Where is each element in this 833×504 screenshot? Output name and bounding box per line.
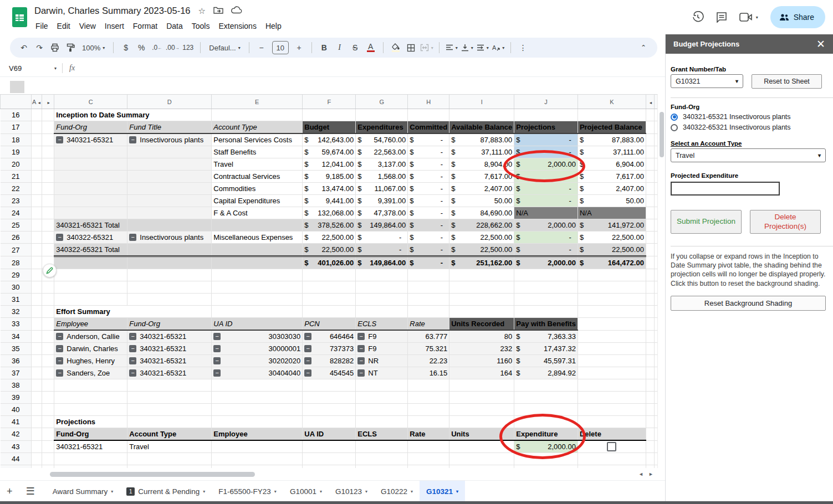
select-all-corner[interactable] bbox=[1, 95, 32, 109]
cell-B33[interactable] bbox=[42, 318, 54, 331]
cell-K35[interactable] bbox=[578, 343, 646, 355]
collapse-chip-icon[interactable]: − bbox=[304, 333, 311, 340]
cell-B39[interactable] bbox=[42, 392, 54, 404]
cell-C42[interactable]: Fund-Org bbox=[54, 428, 127, 441]
menu-tools[interactable]: Tools bbox=[187, 20, 214, 32]
cell-F20[interactable]: $12,041.00 bbox=[303, 158, 356, 171]
cell-J32[interactable] bbox=[514, 306, 578, 318]
cell-C37[interactable]: −Sanders, Zoe bbox=[54, 367, 127, 379]
borders-icon[interactable] bbox=[404, 40, 418, 55]
cell-H19[interactable]: $- bbox=[408, 146, 449, 158]
cell-F41[interactable] bbox=[303, 416, 356, 428]
cell-L31[interactable] bbox=[646, 294, 654, 306]
cell-E36[interactable]: −30202020 bbox=[212, 355, 303, 367]
cell-F26[interactable]: $22,500.00 bbox=[303, 232, 356, 244]
cell-E41[interactable] bbox=[212, 416, 303, 428]
cell-F27[interactable]: $22,500.00 bbox=[303, 244, 356, 256]
cell-K30[interactable] bbox=[578, 281, 646, 294]
cell-D43[interactable]: Travel bbox=[127, 440, 212, 453]
cell-D23[interactable] bbox=[127, 195, 212, 207]
cell-G29[interactable] bbox=[356, 269, 408, 281]
cell-A29[interactable] bbox=[32, 269, 42, 281]
cell-F37[interactable]: −454545 bbox=[303, 367, 356, 379]
sheet-tab-g10001[interactable]: G10001▾ bbox=[283, 481, 329, 502]
cell-D38[interactable] bbox=[127, 379, 212, 392]
horizontal-align-icon[interactable]: ▾ bbox=[444, 40, 459, 55]
cell-H44[interactable] bbox=[408, 453, 449, 465]
text-color-icon[interactable]: A bbox=[364, 40, 378, 55]
cell-I37[interactable]: 164 bbox=[449, 367, 514, 379]
cell-L32[interactable] bbox=[646, 306, 654, 318]
collapse-chip-icon[interactable]: − bbox=[129, 333, 136, 340]
row-header-18[interactable]: 18 bbox=[1, 133, 32, 146]
cell-F18[interactable]: $142,643.00 bbox=[303, 133, 356, 146]
col-header-i[interactable]: I bbox=[449, 95, 514, 109]
cell-E31[interactable] bbox=[212, 294, 303, 306]
row-header-40[interactable]: 40 bbox=[1, 404, 32, 416]
cell-E18[interactable]: Personal Services Costs bbox=[212, 133, 303, 146]
cell-E24[interactable]: F & A Cost bbox=[212, 207, 303, 219]
cell-E17[interactable]: Account Type bbox=[212, 121, 303, 134]
cell-A30[interactable] bbox=[32, 281, 42, 294]
cell-K36[interactable] bbox=[578, 355, 646, 367]
cell-L41[interactable] bbox=[646, 416, 654, 428]
cell-G16[interactable] bbox=[356, 109, 408, 121]
cell-A25[interactable] bbox=[32, 219, 42, 232]
cell-F24[interactable]: $132,068.00 bbox=[303, 207, 356, 219]
cell-J39[interactable] bbox=[514, 392, 578, 404]
cell-K16[interactable] bbox=[578, 109, 646, 121]
cell-F19[interactable]: $59,674.00 bbox=[303, 146, 356, 158]
cell-G19[interactable]: $22,563.00 bbox=[356, 146, 408, 158]
cell-B44[interactable] bbox=[42, 453, 54, 465]
cell-K33[interactable] bbox=[578, 318, 646, 331]
cell-D20[interactable] bbox=[127, 158, 212, 171]
cell-B43[interactable] bbox=[42, 440, 54, 453]
cell-G37[interactable]: −NT bbox=[356, 367, 408, 379]
cell-A38[interactable] bbox=[32, 379, 42, 392]
cell-F23[interactable]: $9,441.00 bbox=[303, 195, 356, 207]
cell-H31[interactable] bbox=[408, 294, 449, 306]
cell-J42[interactable]: Expenditure bbox=[514, 428, 578, 441]
document-title[interactable]: Darwin, Charles Summary 2023-05-16 bbox=[34, 6, 191, 16]
comments-icon[interactable] bbox=[716, 12, 727, 23]
cell-E30[interactable] bbox=[212, 281, 303, 294]
row-header-22[interactable]: 22 bbox=[1, 183, 32, 195]
cell-B26[interactable] bbox=[42, 232, 54, 244]
cell-K29[interactable] bbox=[578, 269, 646, 281]
cell-A40[interactable] bbox=[32, 404, 42, 416]
paint-format-icon[interactable] bbox=[63, 40, 78, 55]
cell-C34[interactable]: −Anderson, Callie bbox=[54, 330, 127, 343]
cell-F43[interactable] bbox=[303, 440, 356, 453]
cell-L28[interactable] bbox=[646, 256, 654, 269]
row-header-27[interactable]: 27 bbox=[1, 244, 32, 256]
cell-F33[interactable]: PCN bbox=[303, 318, 356, 331]
row-header-24[interactable]: 24 bbox=[1, 207, 32, 219]
collapse-chip-icon[interactable]: − bbox=[304, 369, 311, 377]
cell-A41[interactable] bbox=[32, 416, 42, 428]
print-icon[interactable] bbox=[48, 40, 62, 55]
cell-G18[interactable]: $54,760.00 bbox=[356, 133, 408, 146]
undo-icon[interactable]: ↶ bbox=[17, 40, 31, 55]
cell-A23[interactable] bbox=[32, 195, 42, 207]
cell-F34[interactable]: −646464 bbox=[303, 330, 356, 343]
cell-A44[interactable] bbox=[32, 453, 42, 465]
vertical-scrollbar-thumb[interactable] bbox=[660, 112, 664, 157]
cell-A43[interactable] bbox=[32, 440, 42, 453]
cell-I35[interactable]: 232 bbox=[449, 343, 514, 355]
cell-J19[interactable]: $- bbox=[514, 146, 578, 158]
cell-A33[interactable] bbox=[32, 318, 42, 331]
cell-I25[interactable]: $228,662.00 bbox=[449, 219, 514, 232]
cell-G39[interactable] bbox=[356, 392, 408, 404]
cell-A26[interactable] bbox=[32, 232, 42, 244]
col-header-k[interactable]: K bbox=[578, 95, 646, 109]
cell-E42[interactable]: Employee bbox=[212, 428, 303, 441]
font-size-input[interactable]: 10 bbox=[272, 41, 289, 54]
cell-F35[interactable]: −737373 bbox=[303, 343, 356, 355]
vertical-scrollbar[interactable] bbox=[657, 94, 666, 468]
cell-E27[interactable] bbox=[212, 244, 303, 256]
cell-F30[interactable] bbox=[303, 281, 356, 294]
meet-caret-icon[interactable]: ▾ bbox=[756, 15, 758, 20]
cell-I30[interactable] bbox=[449, 281, 514, 294]
cell-A27[interactable] bbox=[32, 244, 42, 256]
cell-C28[interactable] bbox=[54, 256, 127, 269]
